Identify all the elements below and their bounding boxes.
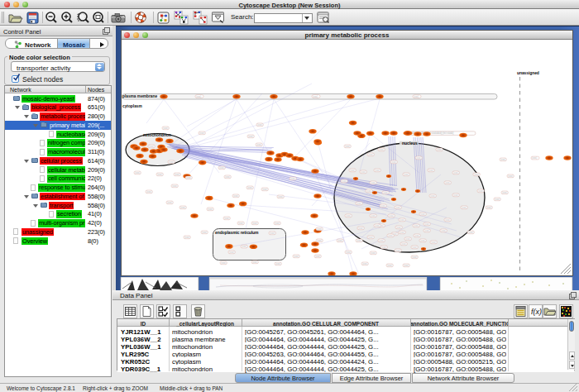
svg-text:(xxx): (xxx) (502, 190, 507, 194)
svg-text:unassigned: unassigned (517, 70, 539, 75)
svg-text:(xxx): (xxx) (317, 238, 322, 241)
svg-text:(xxx): (xxx) (391, 160, 396, 163)
svg-text:(xxx): (xxx) (362, 261, 367, 265)
svg-text:(xxx): (xxx) (275, 261, 280, 265)
svg-text:(xxx): (xxx) (428, 168, 433, 171)
svg-text:(xxx): (xxx) (414, 223, 419, 227)
svg-text:(xxx): (xxx) (424, 228, 429, 232)
svg-text:(xxx): (xxx) (404, 172, 409, 175)
svg-text:nucleus: nucleus (402, 141, 418, 146)
svg-text:(xxx): (xxx) (186, 175, 191, 179)
svg-text:(xxx): (xxx) (317, 227, 322, 230)
svg-text:(xxx): (xxx) (219, 165, 224, 169)
svg-text:(xxx): (xxx) (233, 194, 238, 197)
svg-text:(xxx): (xxx) (453, 193, 458, 196)
svg-text:(xxx): (xxx) (400, 218, 404, 221)
svg-text:(xxx): (xxx) (346, 213, 351, 217)
svg-text:(xxx): (xxx) (247, 185, 252, 189)
svg-text:(xxx): (xxx) (396, 225, 401, 228)
svg-text:(xxx): (xxx) (486, 205, 491, 208)
svg-text:(xxx): (xxx) (395, 205, 400, 208)
svg-text:(xxx): (xxx) (202, 230, 207, 233)
svg-text:(xxx): (xxx) (270, 231, 275, 234)
svg-text:(xxx): (xxx) (495, 197, 500, 200)
svg-text:(xxx): (xxx) (420, 212, 425, 215)
svg-text:(xxx): (xxx) (380, 203, 385, 207)
svg-text:(xxx): (xxx) (379, 238, 384, 241)
svg-text:(xxx): (xxx) (208, 207, 213, 210)
svg-text:(xxx): (xxx) (424, 222, 429, 225)
svg-text:(xxx): (xxx) (368, 235, 373, 238)
svg-text:(xxx): (xxx) (175, 172, 179, 175)
svg-text:(xxx): (xxx) (294, 254, 299, 257)
svg-text:(xxx): (xxx) (404, 263, 409, 266)
svg-text:(xxx): (xxx) (445, 218, 450, 221)
svg-text:(xxx): (xxx) (474, 172, 479, 175)
svg-text:(xxx): (xxx) (135, 170, 140, 174)
svg-text:(xxx): (xxx) (414, 233, 419, 237)
svg-text:(xxx): (xxx) (180, 205, 185, 208)
svg-text:(xxx): (xxx) (383, 190, 388, 194)
svg-text:(xxx): (xxx) (420, 238, 425, 241)
svg-text:(xxx): (xxx) (221, 261, 226, 264)
svg-text:(xxx): (xxx) (262, 187, 267, 190)
svg-text:(xxx): (xxx) (290, 176, 295, 179)
svg-text:(xxx): (xxx) (371, 251, 376, 254)
svg-text:(xxx): (xxx) (350, 168, 355, 171)
svg-text:(xxx): (xxx) (437, 147, 442, 151)
svg-text:(xxx): (xxx) (375, 168, 380, 171)
svg-text:(xxx): (xxx) (358, 226, 363, 229)
svg-text:(xxx): (xxx) (441, 228, 446, 232)
svg-text:(xxx): (xxx) (275, 221, 280, 224)
svg-text:(xxx): (xxx) (400, 230, 404, 233)
svg-text:(xxx): (xxx) (342, 179, 347, 182)
svg-text:(xxx): (xxx) (149, 144, 154, 147)
svg-text:(xxx): (xxx) (401, 241, 406, 245)
svg-text:(xxx): (xxx) (163, 126, 168, 129)
svg-text:(xxx): (xxx) (371, 213, 376, 217)
svg-text:(xxx): (xxx) (278, 194, 283, 198)
svg-text:(xxx): (xxx) (184, 235, 189, 238)
svg-text:(xxx): (xxx) (371, 180, 376, 184)
svg-text:endoplasmic reticulum: endoplasmic reticulum (215, 230, 259, 235)
svg-text:(xxx): (xxx) (532, 156, 537, 160)
svg-text:(xxx): (xxx) (453, 170, 458, 174)
svg-text:(xxx): (xxx) (257, 122, 262, 126)
svg-text:(xxx): (xxx) (379, 147, 384, 151)
svg-text:(xxx): (xxx) (375, 223, 380, 227)
svg-text:(xxx): (xxx) (462, 205, 467, 208)
svg-text:(xxx): (xxx) (238, 221, 243, 224)
svg-text:(xxx): (xxx) (416, 155, 421, 159)
svg-text:(xxx): (xxx) (199, 131, 204, 134)
svg-text:(xxx): (xxx) (242, 245, 246, 248)
svg-text:mitochondrion: mitochondrion (143, 132, 171, 137)
svg-text:(xxx): (xxx) (395, 248, 400, 251)
svg-text:plasma membrane: plasma membrane (122, 93, 157, 98)
svg-text:(xxx): (xxx) (361, 170, 366, 173)
svg-text:f(x): f(x) (531, 308, 542, 316)
svg-text:(xxx): (xxx) (356, 201, 361, 204)
svg-text:(xxx): (xxx) (412, 255, 417, 258)
svg-text:(xxx): (xxx) (368, 152, 373, 155)
svg-text:(xxx): (xxx) (414, 94, 419, 98)
svg-text:(xxx): (xxx) (381, 245, 386, 248)
svg-text:(xxx): (xxx) (445, 180, 450, 184)
svg-text:(xxx): (xxx) (172, 184, 177, 187)
svg-text:(xxx): (xxx) (256, 142, 261, 146)
svg-text:(xxx): (xxx) (167, 200, 172, 203)
svg-text:(xxx): (xxx) (346, 250, 351, 253)
svg-text:(xxx): (xxx) (412, 245, 417, 248)
svg-text:(xxx): (xxx) (224, 216, 229, 219)
svg-text:(xxx): (xxx) (468, 230, 473, 233)
svg-text:(xxx): (xxx) (387, 263, 392, 266)
svg-text:(xxx): (xxx) (315, 254, 320, 257)
svg-text:(xxx): (xxx) (146, 189, 151, 193)
svg-text:(xxx): (xxx) (430, 194, 435, 197)
svg-text:cytoplasm: cytoplasm (122, 104, 142, 108)
svg-text:(xxx): (xxx) (345, 144, 350, 147)
svg-text:(xxx): (xxx) (389, 213, 394, 217)
svg-text:(xxx): (xxx) (508, 174, 513, 177)
svg-text:(xxx): (xxx) (388, 233, 393, 237)
svg-text:(xxx): (xxx) (157, 172, 162, 175)
svg-text:(xxx): (xxx) (500, 157, 505, 160)
